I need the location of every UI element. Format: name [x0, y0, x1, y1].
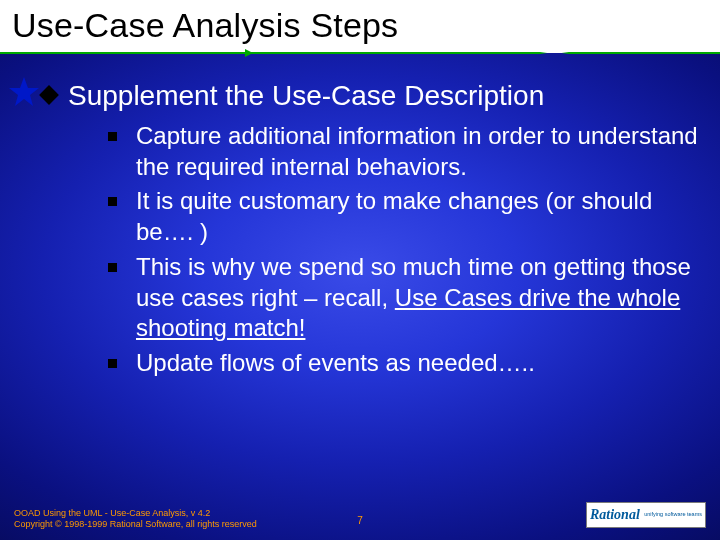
main-bullet-text: Supplement the Use-Case Description [68, 78, 544, 113]
list-item: This is why we spend so much time on get… [108, 252, 700, 344]
content-area: Supplement the Use-Case Description Capt… [30, 68, 700, 383]
bullet-text: Capture additional information in order … [136, 122, 698, 180]
footer: OOAD Using the UML - Use-Case Analysis, … [0, 498, 720, 530]
diamond-bullet-icon [39, 85, 59, 105]
list-item: Update flows of events as needed….. [108, 348, 700, 379]
title-band: Use-Case Analysis Steps [0, 0, 720, 53]
bullet-text: Update flows of events as needed….. [136, 349, 535, 376]
list-item: It is quite customary to make changes (o… [108, 186, 700, 247]
slide: Use-Case Analysis Steps Supplement the U… [0, 0, 720, 540]
rational-logo: Rational unifying software teams [586, 502, 706, 528]
footer-credit: OOAD Using the UML - Use-Case Analysis, … [14, 508, 257, 531]
logo-tagline: unifying software teams [644, 512, 702, 518]
slide-title: Use-Case Analysis Steps [12, 6, 710, 45]
main-bullet: Supplement the Use-Case Description [30, 78, 700, 113]
bullet-text: It is quite customary to make changes (o… [136, 187, 652, 245]
sub-bullet-list: Capture additional information in order … [108, 121, 700, 379]
list-item: Capture additional information in order … [108, 121, 700, 182]
divider-line [0, 52, 720, 54]
footer-line2: Copyright © 1998-1999 Rational Software,… [14, 519, 257, 530]
logo-text: Rational [590, 507, 640, 523]
page-number: 7 [357, 515, 363, 526]
footer-line1: OOAD Using the UML - Use-Case Analysis, … [14, 508, 257, 519]
